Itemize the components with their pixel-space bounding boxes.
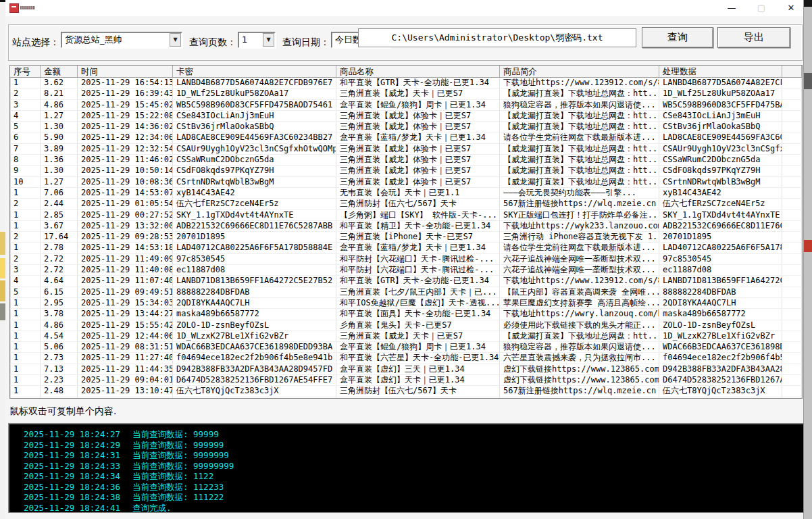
table-cell[interactable]: 1D_WLzxK27BLe1XfiG2vBZr xyxy=(173,331,336,341)
table-header-cell[interactable]: 商品名称 xyxy=(336,66,500,77)
table-row[interactable]: 13.782025-11-29 13:44:27maska489b6658777… xyxy=(10,309,802,320)
table-cell[interactable]: 三角洲防封【伍六七/567】天卡 xyxy=(336,199,500,209)
table-cell[interactable]: CStBv36jrMlaOokaSBbQ xyxy=(659,122,782,132)
table-row[interactable]: 101.272025-11-29 10:08:36CSrtnNDRwtqWblB… xyxy=(10,177,802,188)
table-row[interactable]: 15.062025-11-29 08:31:51WDAC66B3EDCAA637… xyxy=(10,342,802,353)
table-cell[interactable]: xyB14C43AE42 xyxy=(173,188,336,198)
table-row[interactable]: 91.302025-11-29 10:50:14CSdFO8kqds97PKqY… xyxy=(10,166,802,176)
table-cell[interactable]: D6474D52838252136FBD1267A... xyxy=(659,375,782,385)
table-cell[interactable]: 和平直装【精卫】天卡-全功能-已更1.34 xyxy=(336,221,500,231)
table-header-cell[interactable]: 处理数据 xyxy=(659,66,782,77)
table-cell[interactable] xyxy=(782,199,802,209)
table-row[interactable]: 41.272025-11-29 15:22:08CSe843IOcLiAnJj3… xyxy=(10,111,802,122)
table-cell[interactable]: f04694ece182ec2f2b906f4b5... xyxy=(659,353,782,363)
table-cell[interactable]: 2.48 xyxy=(41,386,78,396)
table-cell[interactable] xyxy=(782,166,802,176)
minimize-button[interactable]: — xyxy=(720,0,743,16)
table-cell[interactable]: 2025-11-29 13:38:03 xyxy=(78,397,173,399)
table-cell[interactable]: 2025-11-29 11:44:35 xyxy=(78,364,173,374)
chevron-down-icon[interactable]: ▼ xyxy=(263,33,274,47)
table-cell[interactable]: 2025-11-29 13:44:27 xyxy=(78,309,173,319)
table-cell[interactable]: CSAUr9Uygh1OyV23cl3nCSgfxhOtwQOMpYM... xyxy=(173,144,336,154)
table-cell[interactable]: 【威龙漏打直装】下载地址总网盘：htt... xyxy=(500,331,659,341)
table-cell[interactable]: 4 xyxy=(10,111,41,121)
table-cell[interactable]: CSSaWRumC2DObcznG5da xyxy=(173,155,336,165)
table-cell[interactable]: 必须使用此下载链接下载的鬼头才能正... xyxy=(500,320,659,330)
table-cell[interactable]: ZOLO-1D-aI3hEnrwuKc xyxy=(659,397,782,399)
table-cell[interactable]: 下载地址https://wyk233.lanzouo.com/... xyxy=(500,221,659,231)
table-cell[interactable]: CSe843IOcLiAnJj3mEuH xyxy=(173,111,336,121)
table-cell[interactable]: 5 xyxy=(10,287,41,297)
table-cell[interactable]: 4.86 xyxy=(41,320,78,330)
table-cell[interactable]: 1.36 xyxy=(41,155,78,165)
table-cell[interactable]: 三角洲直装【威龙】体验卡｜已更S7 xyxy=(336,166,500,176)
table-cell[interactable]: D942B388FB33A2DFA3B43AA28D9457FD xyxy=(173,364,336,374)
table-cell[interactable]: 1D_WLzxK27BLe1XfiG2vBZr xyxy=(659,331,782,341)
table-cell[interactable]: CStBv36jrMlaOokaSBbQ xyxy=(173,122,336,132)
table-cell[interactable]: D6474D52838252136FBD1267AE54FFE7 xyxy=(173,375,336,385)
table-cell[interactable]: 三角洲直装【七夕/鼠王内部】天卡｜已... xyxy=(336,287,500,297)
table-cell[interactable]: 盒平直装【虚幻】三天｜已更1.34 xyxy=(336,364,500,374)
table-cell[interactable]: 2025-11-29 09:49:51 xyxy=(78,287,173,297)
table-cell[interactable]: 三角洲直装【威龙】体验卡｜已更S7 xyxy=(336,177,500,187)
table-cell[interactable]: 盒平直装【蓝猫/梦龙】天卡｜已更1.34 xyxy=(336,243,500,253)
table-cell[interactable]: 2025-11-29 15:22:08 xyxy=(78,111,173,121)
table-cell[interactable]: 2.73 xyxy=(41,353,78,363)
table-cell[interactable] xyxy=(782,111,802,121)
table-cell[interactable] xyxy=(782,309,802,319)
table-cell[interactable] xyxy=(782,177,802,187)
table-cell[interactable]: 888882284DBFDAB xyxy=(659,287,782,297)
table-cell[interactable]: 2025-11-29 15:55:42 xyxy=(78,320,173,330)
table-cell[interactable]: 2025-11-29 09:28:53 xyxy=(78,232,173,242)
table-cell[interactable]: 【鼠王内部】容器直装高调来袭 全网唯... xyxy=(500,287,659,297)
table-cell[interactable] xyxy=(782,364,802,374)
table-cell[interactable] xyxy=(782,386,802,396)
table-cell[interactable]: f04694ece182ec2f2b906f4b5e8e941b xyxy=(173,353,336,363)
table-cell[interactable]: 1 xyxy=(10,353,41,363)
site-select-dropdown[interactable]: 货源总站_黑帅 ▼ xyxy=(61,32,182,48)
table-cell[interactable]: 2.72 xyxy=(41,265,78,275)
table-cell[interactable]: 苹果巨魔虚幻支持新赛季 高清且高帧绘... xyxy=(500,298,659,308)
table-cell[interactable]: 1 xyxy=(10,243,41,253)
table-cell[interactable]: 1 xyxy=(10,397,41,399)
table-cell[interactable]: 1 xyxy=(10,309,41,319)
table-cell[interactable]: 和平IOS免越狱/巨魔【虚幻】天卡-透视... xyxy=(336,298,500,308)
table-cell[interactable]: 2025-11-29 14:53:07 xyxy=(78,188,173,198)
table-cell[interactable]: 六花子追战神端全网唯一垄断型技术双... xyxy=(500,265,659,275)
table-cell[interactable]: 1.27 xyxy=(41,177,78,187)
table-row[interactable]: 14.542025-11-29 12:44:061D_WLzxK27BLe1Xf… xyxy=(10,331,802,342)
table-cell[interactable]: 2025-11-29 13:10:47 xyxy=(78,386,173,396)
table-cell[interactable]: CSrtnNDRwtqWblB3wBgM xyxy=(173,177,336,187)
table-cell[interactable]: 3.78 xyxy=(41,309,78,319)
table-row[interactable]: 65.902025-11-29 12:34:06LAD8CAE8CE909E44… xyxy=(10,132,802,143)
table-cell[interactable] xyxy=(782,122,802,132)
table-header-cell[interactable]: 卡密 xyxy=(173,66,336,77)
table-cell[interactable] xyxy=(782,232,802,242)
table-cell[interactable]: 三角洲直装【威龙】天卡｜已更S7 xyxy=(336,331,500,341)
table-cell[interactable]: 2025-11-29 12:32:54 xyxy=(78,144,173,154)
table-row[interactable]: 81.362025-11-29 11:46:02CSSaWRumC2DObczn… xyxy=(10,155,802,166)
table-cell[interactable]: maska489b66587772 xyxy=(173,309,336,319)
table-cell[interactable]: 2.78 xyxy=(41,243,78,253)
table-cell[interactable] xyxy=(782,89,802,99)
table-row[interactable]: 14.862025-11-29 13:38:03ZOLO-1D-aI3hEnrw… xyxy=(10,397,802,399)
table-cell[interactable]: CSdFO8kqds97PKqYZ79H xyxy=(659,166,782,176)
table-cell[interactable]: 三角洲直装【威龙】体验卡｜已更S7 xyxy=(336,144,500,154)
table-cell[interactable]: 1D_WLf25Lz8UkuP58ZOAa17 xyxy=(659,89,782,99)
table-cell[interactable]: 2025-11-29 11:27:40 xyxy=(78,353,173,363)
table-cell[interactable]: 1.30 xyxy=(41,122,78,132)
table-cell[interactable]: 3 xyxy=(10,100,41,110)
table-cell[interactable]: ADB221532C69666EC8D11E76C... xyxy=(659,221,782,231)
table-cell[interactable]: 6.15 xyxy=(41,287,78,297)
table-cell[interactable]: 下载地址https://wwry.lanzouq.com/b0... xyxy=(500,309,659,319)
table-cell[interactable]: WB5C598B960D83CF5FFD475BA... xyxy=(659,100,782,110)
table-cell[interactable]: 8.21 xyxy=(41,89,78,99)
table-cell[interactable]: 伍六七T8YQjQcTz383c3jX xyxy=(173,386,336,396)
table-cell[interactable] xyxy=(782,298,802,308)
table-cell[interactable]: D942B388FB33A2DFA3B43AA28... xyxy=(659,364,782,374)
table-cell[interactable]: 和平直装【GTR】天卡-全功能-已更1.34 xyxy=(336,78,500,88)
table-cell[interactable]: SKY_1.1gTXDd4vt4t4AYnxTE xyxy=(659,210,782,220)
table-cell[interactable]: WDAC66B3EDCAA637CE361898DEDD93BA xyxy=(173,342,336,352)
table-row[interactable]: 44.642025-11-29 11:07:40LANBD71D813B659F… xyxy=(10,276,802,287)
table-cell[interactable]: 2025-11-29 01:05:54 xyxy=(78,199,173,209)
